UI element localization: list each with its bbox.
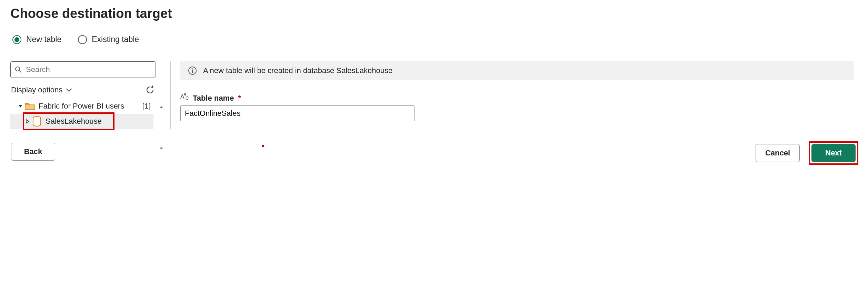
tree-lakehouse-row[interactable]: SalesLakehouse <box>10 114 153 129</box>
radio-new-table[interactable]: New table <box>12 35 61 44</box>
database-icon <box>32 116 41 126</box>
display-options-dropdown[interactable]: Display options <box>11 85 72 94</box>
svg-point-4 <box>192 68 193 69</box>
refresh-icon <box>146 85 154 94</box>
radio-existing-table[interactable]: Existing table <box>78 35 139 44</box>
svg-line-1 <box>19 71 21 72</box>
table-name-label: A B C Table name * <box>180 94 854 103</box>
search-icon <box>15 66 22 73</box>
table-name-input[interactable] <box>180 105 415 121</box>
column-divider <box>170 61 171 129</box>
text-type-icon: A B C <box>180 94 190 102</box>
svg-point-0 <box>16 67 20 71</box>
back-button[interactable]: Back <box>11 143 55 161</box>
page-title: Choose destination target <box>10 6 858 21</box>
next-button[interactable]: Next <box>811 144 856 162</box>
required-indicator: * <box>238 94 241 103</box>
chevron-down-icon <box>66 88 72 92</box>
display-options-label: Display options <box>11 85 62 94</box>
svg-rect-5 <box>192 70 193 73</box>
expanded-caret-icon <box>18 104 23 109</box>
tree-workspace-label: Fabric for Power BI users <box>39 102 124 111</box>
scroll-down-icon <box>159 147 164 150</box>
cancel-button[interactable]: Cancel <box>756 144 800 162</box>
tree-scrollbar[interactable] <box>158 105 165 150</box>
annotation-dot <box>262 145 264 147</box>
radio-unselected-icon <box>78 35 87 44</box>
tree-workspace-count: [1] <box>142 102 151 111</box>
radio-new-table-label: New table <box>26 35 61 44</box>
radio-existing-table-label: Existing table <box>92 35 139 44</box>
collapsed-caret-icon <box>26 119 30 124</box>
folder-icon <box>25 102 35 110</box>
info-banner: A new table will be created in database … <box>180 61 854 80</box>
table-mode-radio-group: New table Existing table <box>10 35 858 44</box>
search-box[interactable] <box>10 61 156 78</box>
scroll-up-icon <box>159 105 164 109</box>
destination-tree: Fabric for Power BI users [1] <box>10 99 153 129</box>
search-input[interactable] <box>25 65 151 74</box>
radio-selected-icon <box>12 35 21 44</box>
refresh-button[interactable] <box>144 84 156 96</box>
info-icon <box>188 66 197 75</box>
info-message-text: A new table will be created in database … <box>203 66 392 75</box>
tree-lakehouse-label: SalesLakehouse <box>46 117 102 126</box>
tree-workspace-row[interactable]: Fabric for Power BI users [1] <box>10 99 153 114</box>
